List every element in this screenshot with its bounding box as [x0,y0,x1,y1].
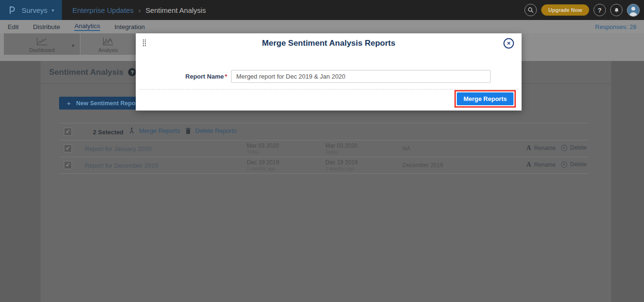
help-button[interactable]: ? [594,4,606,16]
delete-circle-icon: × [561,145,567,151]
drag-handle-icon[interactable] [142,39,146,46]
report-name-link[interactable]: Report for December 2019 [85,162,158,169]
rename-icon: A [526,161,531,169]
report-label-cell: NA [402,145,411,152]
upgrade-now-button[interactable]: Upgrade Now [541,4,589,16]
app-root: Surveys ▾ Enterprise Updates › Sentiment… [0,0,644,302]
toolbar-tab-label: Dashboard [29,47,55,53]
merge-reports-modal: Merge Sentiment Analysis Reports × Repor… [136,33,522,111]
product-name: Surveys [21,6,47,14]
row-checkbox[interactable]: ✓ [64,161,72,169]
notifications-button[interactable] [610,4,623,16]
delete-reports-action[interactable]: Delete Reports [185,127,237,134]
person-icon [627,4,639,17]
subnav-item-analytics[interactable]: Analytics [74,22,100,31]
modified-date-cell: Dec 19 2019 2 months ago [325,159,358,171]
questionpro-logo-icon [8,5,17,15]
toolbar-tab-dashboard[interactable]: ▾ Dashboard [4,33,80,55]
search-icon [527,7,534,13]
subnav-item-distribute[interactable]: Distribute [33,23,60,30]
select-all-checkbox[interactable]: ✓ [64,128,72,136]
modal-close-button[interactable]: × [503,38,514,49]
modified-date: Dec 19 2019 [325,159,358,166]
search-button[interactable] [524,4,537,16]
modified-date-relative: 2 months ago [325,166,358,171]
subnav-item-integration[interactable]: Integration [114,23,145,30]
created-date: Dec 19 2019 [247,159,279,166]
created-date-cell: Mar 03 2020 Today [247,142,279,155]
modal-divider [140,89,518,90]
delete-label: Delete [570,161,587,168]
breadcrumb-survey-name[interactable]: Enterprise Updates [72,6,133,14]
new-report-label: New Sentiment Report [76,100,140,107]
merge-icon [129,127,135,134]
required-asterisk: * [225,73,227,80]
modified-date: Mar 03 2020 [325,142,357,149]
report-label-cell: December 2019 [402,162,443,169]
modal-header: Merge Sentiment Analysis Reports × [136,33,522,52]
plus-icon: + [67,99,71,107]
modal-title: Merge Sentiment Analysis Reports [136,33,522,53]
modified-date-cell: Mar 03 2020 Today [325,142,357,155]
chevron-down-icon: ▾ [52,8,54,13]
table-row: ✓ Report for December 2019 Dec 19 2019 2… [60,157,588,174]
breadcrumb-current-page: Sentiment Analysis [145,6,206,14]
top-navbar: Surveys ▾ Enterprise Updates › Sentiment… [0,0,644,20]
rename-report-action[interactable]: A Rename [526,161,555,169]
breadcrumb-separator-icon: › [138,6,141,14]
chevron-down-icon: ▾ [72,43,74,48]
delete-label: Delete [570,144,587,151]
created-date-relative: 2 months ago [247,166,279,171]
subnav-item-edit[interactable]: Edit [8,23,19,30]
navbar-actions: Upgrade Now ? [524,4,644,17]
breadcrumb: Enterprise Updates › Sentiment Analysis [72,6,206,14]
rename-icon: A [526,144,531,152]
help-icon[interactable]: ? [128,68,136,76]
delete-reports-label: Delete Reports [195,127,237,134]
product-switcher[interactable]: Surveys ▾ [0,0,62,20]
line-chart-icon [35,37,49,46]
report-name-link[interactable]: Report for January 2020 [85,145,151,152]
survey-subnav: Edit Distribute Analytics Integration Re… [0,20,644,33]
page-title: Sentiment Analysis [49,68,123,77]
created-date-relative: Today [247,150,279,155]
delete-circle-icon: × [561,161,567,168]
selection-action-bar: ✓ 2 Selected Merge Reports Delete Re [60,123,588,141]
question-mark-icon: ? [598,7,602,14]
report-name-label: Report Name* [136,73,227,80]
trash-icon [185,128,191,134]
created-date-cell: Dec 19 2019 2 months ago [247,159,279,171]
bell-icon [614,7,620,13]
new-sentiment-report-button[interactable]: + New Sentiment Report [59,97,147,110]
report-name-label-text: Report Name [185,73,224,80]
table-row: ✓ Report for January 2020 Mar 03 2020 To… [60,141,588,157]
reports-table: ✓ 2 Selected Merge Reports Delete Re [60,123,588,174]
report-name-input[interactable] [231,70,491,83]
merge-reports-submit-button[interactable]: Merge Reports [457,92,513,105]
click-target-annotation: Merge Reports [454,90,516,108]
delete-report-action[interactable]: × Delete [561,161,587,168]
created-date: Mar 03 2020 [247,142,279,149]
merge-reports-label: Merge Reports [139,127,180,134]
rename-label: Rename [534,145,555,151]
row-checkbox[interactable]: ✓ [64,144,72,152]
user-avatar[interactable] [627,4,640,17]
modified-date-relative: Today [325,150,357,155]
rename-label: Rename [534,161,555,168]
toolbar-tab-label: Analysis [99,47,118,53]
delete-report-action[interactable]: × Delete [561,144,587,151]
selected-count: 2 Selected [93,129,123,136]
rename-report-action[interactable]: A Rename [526,144,555,152]
responses-count: Responses: 28 [595,23,636,30]
close-icon: × [507,40,511,47]
merge-reports-action[interactable]: Merge Reports [129,127,180,134]
analysis-chart-icon [101,37,115,46]
toolbar-tab-analysis[interactable]: Analysis [80,33,136,55]
